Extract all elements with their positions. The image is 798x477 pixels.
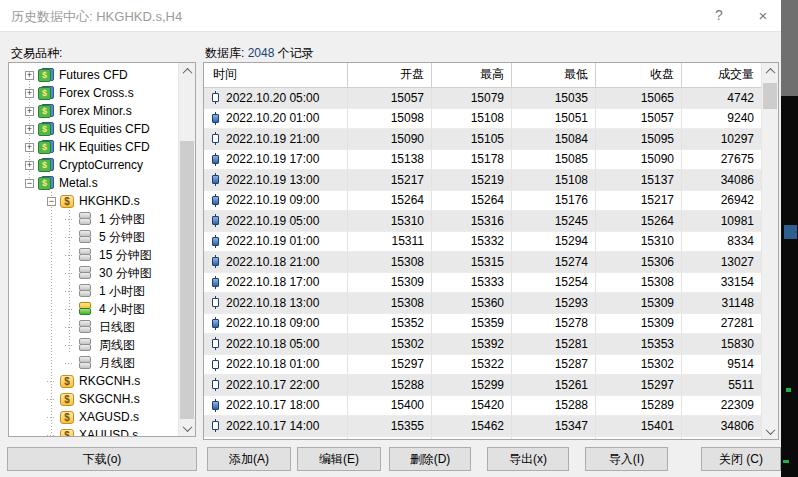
cell-high	[432, 437, 512, 440]
tree-item[interactable]: 30 分钟图	[9, 264, 178, 282]
table-row[interactable]: 2022.10.19 13:00152171521915108151373408…	[204, 170, 761, 191]
table-row[interactable]: 2022.10.20 01:00150981510815051150579240	[204, 109, 761, 130]
cell-high: 15079	[432, 88, 512, 108]
cell-open	[348, 437, 432, 440]
tree-item[interactable]: 15 分钟图	[9, 246, 178, 264]
expand-toggle-icon[interactable]: −	[25, 179, 34, 188]
download-button[interactable]: 下载(o)	[7, 447, 197, 471]
table-row[interactable]	[204, 437, 761, 440]
table-row[interactable]: 2022.10.17 22:00152881529915261152975511	[204, 375, 761, 396]
cell-open: 15352	[348, 314, 432, 334]
cell-time: 2022.10.20 05:00	[226, 91, 319, 105]
delete-button[interactable]: 删除(D)	[389, 447, 471, 471]
table-row[interactable]: 2022.10.19 17:00151381517815085150902767…	[204, 150, 761, 171]
scrollbar-up-arrow[interactable]	[762, 63, 778, 79]
cell-high: 15219	[432, 170, 512, 190]
tree-item[interactable]: +$Futures CFD	[9, 66, 178, 84]
scrollbar-thumb[interactable]	[763, 83, 777, 109]
cell-volume: 8334	[682, 232, 761, 252]
import-button[interactable]: 导入(I)	[585, 447, 668, 471]
tree-connector-line	[47, 417, 56, 418]
scrollbar-down-arrow[interactable]	[762, 423, 778, 439]
expand-toggle-icon[interactable]: +	[25, 89, 34, 98]
cell-open: 15098	[348, 109, 432, 129]
symbol-icon: $	[60, 393, 74, 406]
cell-time: 2022.10.19 21:00	[226, 132, 319, 146]
category-icon: $	[38, 176, 54, 190]
close-button[interactable]: 关闭 (C)	[701, 447, 781, 471]
table-row[interactable]: 2022.10.18 09:00153521535915278153092728…	[204, 314, 761, 335]
tree-item[interactable]: +$US Equities CFD	[9, 120, 178, 138]
symbols-label: 交易品种:	[11, 45, 62, 62]
table-row[interactable]: 2022.10.19 01:00153111533215294153108334	[204, 232, 761, 253]
tree-item[interactable]: 日线图	[9, 318, 178, 336]
table-row[interactable]: 2022.10.19 21:00150901510515084150951029…	[204, 129, 761, 150]
table-row[interactable]: 2022.10.18 21:00153081531515274153061302…	[204, 252, 761, 273]
expand-toggle-icon[interactable]: +	[25, 125, 34, 134]
bearish-candle-icon	[212, 399, 219, 412]
cell-volume: 4742	[682, 88, 761, 108]
scrollbar-up-arrow[interactable]	[179, 63, 195, 79]
tree-connector-line	[65, 237, 74, 238]
column-header-5: 成交量	[682, 63, 761, 87]
tree-item[interactable]: 月线图	[9, 354, 178, 372]
table-row[interactable]: 2022.10.20 05:00150571507915035150654742	[204, 88, 761, 109]
cell-volume: 9514	[682, 355, 761, 375]
cell-close: 15310	[596, 232, 682, 252]
expand-toggle-icon[interactable]: +	[25, 143, 34, 152]
cell-volume: 31148	[682, 293, 761, 313]
expand-toggle-icon[interactable]: −	[47, 197, 56, 206]
expand-toggle-icon[interactable]: +	[25, 107, 34, 116]
column-header-0: 时间	[204, 63, 348, 87]
cell-high: 15316	[432, 211, 512, 231]
category-icon: $	[38, 104, 54, 118]
tree-item[interactable]: $XAGUSD.s	[9, 408, 178, 426]
tree-item[interactable]: $RKGCNH.s	[9, 372, 178, 390]
cell-low: 15287	[512, 355, 596, 375]
table-row[interactable]: 2022.10.19 05:00153101531615245152641098…	[204, 211, 761, 232]
cell-volume: 9240	[682, 109, 761, 129]
tree-item[interactable]: +$HK Equities CFD	[9, 138, 178, 156]
tree-item-label: CryptoCurrency	[59, 158, 143, 172]
export-button[interactable]: 导出(x)	[487, 447, 569, 471]
help-icon[interactable]: ?	[702, 3, 736, 28]
table-row[interactable]: 2022.10.17 18:00154001542015288152892230…	[204, 396, 761, 417]
tree-item[interactable]: −$Metal.s	[9, 174, 178, 192]
edit-button[interactable]: 编辑(E)	[297, 447, 381, 471]
expand-toggle-icon[interactable]: +	[25, 71, 34, 80]
add-button[interactable]: 添加(A)	[207, 447, 291, 471]
cell-volume: 27281	[682, 314, 761, 334]
cell-low: 15347	[512, 416, 596, 436]
tree-item[interactable]: 周线图	[9, 336, 178, 354]
tree-item[interactable]: +$Forex Minor.s	[9, 102, 178, 120]
cell-time: 2022.10.20 01:00	[226, 111, 319, 125]
table-row[interactable]: 2022.10.19 09:00152641526415176152172694…	[204, 191, 761, 212]
tree-item[interactable]: 1 小时图	[9, 282, 178, 300]
table-row[interactable]: 2022.10.18 05:00153021539215281153531583…	[204, 334, 761, 355]
scrollbar-thumb[interactable]	[180, 141, 194, 419]
tree-item[interactable]: 1 分钟图	[9, 210, 178, 228]
tree-item[interactable]: 4 小时图	[9, 300, 178, 318]
close-icon[interactable]: ×	[746, 3, 780, 28]
table-row[interactable]: 2022.10.18 01:00152971532215287153029514	[204, 355, 761, 376]
tree-item[interactable]: +$CryptoCurrency	[9, 156, 178, 174]
tree-scrollbar[interactable]	[178, 63, 195, 436]
cell-volume	[682, 437, 761, 440]
cell-volume: 22309	[682, 396, 761, 416]
tree-item[interactable]: −$HKGHKD.s	[9, 192, 178, 210]
cell-high: 15462	[432, 416, 512, 436]
cell-low: 15245	[512, 211, 596, 231]
table-row[interactable]: 2022.10.17 14:00153551546215347154013480…	[204, 416, 761, 437]
tree-item[interactable]: +$Forex Cross.s	[9, 84, 178, 102]
tree-item[interactable]: $XAUUSD.s	[9, 426, 178, 437]
expand-toggle-icon[interactable]: +	[25, 161, 34, 170]
tree-connector-line	[65, 273, 74, 274]
table-scrollbar[interactable]	[761, 63, 778, 439]
scrollbar-down-arrow[interactable]	[179, 420, 195, 436]
table-row[interactable]: 2022.10.18 17:00153091533315254153083315…	[204, 273, 761, 294]
tree-item[interactable]: 5 分钟图	[9, 228, 178, 246]
tree-item[interactable]: $SKGCNH.s	[9, 390, 178, 408]
background-window-fragment	[784, 225, 797, 239]
cell-time: 2022.10.19 17:00	[226, 152, 319, 166]
table-row[interactable]: 2022.10.18 13:00153081536015293153093114…	[204, 293, 761, 314]
